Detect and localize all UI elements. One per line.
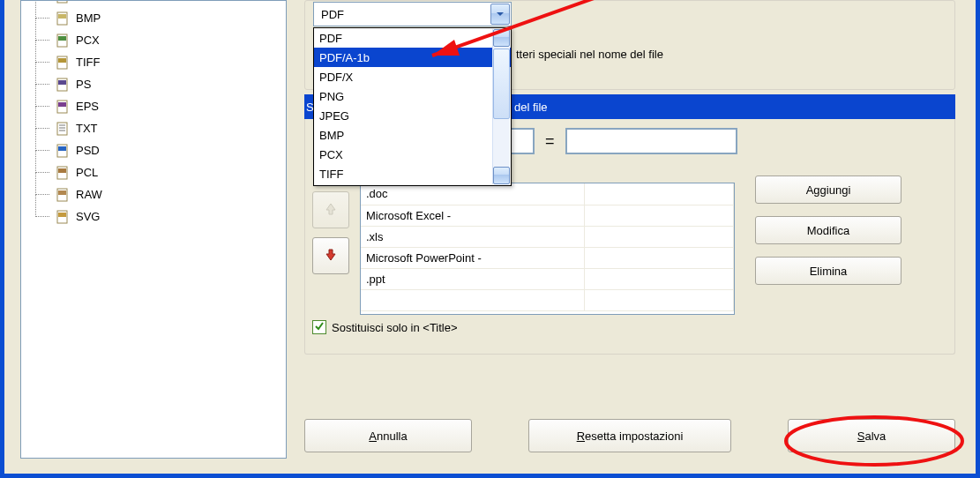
combo-options-list[interactable]: PDF PDF/A-1b PDF/X PNG JPEG BMP PCX TIFF: [313, 27, 512, 186]
combo-dropdown-button[interactable]: [490, 4, 510, 25]
tree-item-eps[interactable]: EPS: [55, 95, 286, 117]
combo-selected-field[interactable]: PDF: [313, 2, 512, 26]
list-cell-c1: .xls: [361, 226, 585, 247]
file-icon: [55, 209, 71, 225]
tree-item-label: EPS: [76, 100, 99, 113]
list-row[interactable]: Microsoft PowerPoint -: [361, 247, 734, 268]
modify-button[interactable]: Modifica: [755, 216, 901, 244]
equals-sign: =: [545, 132, 555, 151]
format-tree-panel: JPEG BMP PCX TIFF PS: [20, 0, 287, 459]
list-cell-c2: [585, 205, 734, 226]
list-cell-c2: [585, 268, 734, 289]
cancel-button[interactable]: Annulla: [304, 419, 472, 452]
tree-item-label: PCL: [76, 166, 98, 179]
combo-option-png[interactable]: PNG: [314, 86, 511, 106]
scroll-thumb[interactable]: [493, 49, 510, 119]
svg-rect-11: [58, 102, 66, 107]
file-icon: [55, 121, 71, 137]
add-button[interactable]: Aggiungi: [755, 176, 901, 204]
tree-item-svg[interactable]: SVG: [55, 205, 286, 228]
combo-option-pdfa1b[interactable]: PDF/A-1b: [314, 48, 511, 67]
svg-rect-3: [58, 14, 66, 19]
file-icon: [55, 0, 71, 4]
tree-item-label: PSD: [76, 144, 100, 157]
substitution-list[interactable]: .doc Microsoft Excel - .xls Microsoft Po…: [360, 183, 735, 315]
combo-selected-value: PDF: [321, 8, 344, 21]
move-down-button[interactable]: [312, 237, 349, 274]
file-icon: [55, 33, 71, 49]
svg-rect-5: [58, 36, 66, 41]
file-icon: [55, 99, 71, 115]
delete-button[interactable]: Elimina: [755, 257, 901, 285]
title-only-checkbox[interactable]: [312, 320, 326, 334]
svg-rect-7: [58, 58, 66, 63]
file-icon: [55, 77, 71, 93]
svg-rect-9: [58, 80, 66, 85]
tree-item-label: TIFF: [76, 56, 100, 69]
tree-item-label: PS: [76, 78, 91, 91]
tree-item-label: BMP: [76, 11, 101, 25]
combo-option-pcx[interactable]: PCX: [314, 145, 511, 164]
list-cell-c2: [585, 247, 734, 268]
svg-rect-17: [58, 146, 66, 151]
tree-item-ps[interactable]: PS: [55, 73, 286, 95]
dialog-bottom-buttons: Annulla Resetta impostazioni Salva: [304, 414, 955, 458]
list-row[interactable]: Microsoft Excel -: [361, 205, 734, 226]
svg-rect-21: [58, 190, 66, 195]
save-button[interactable]: Salva: [788, 419, 955, 452]
arrow-down-icon: [323, 247, 339, 265]
check-icon: [314, 321, 325, 334]
list-row[interactable]: [361, 289, 734, 310]
file-icon: [55, 11, 71, 26]
file-icon: [55, 187, 71, 203]
svg-rect-0: [57, 0, 67, 3]
tree-item-pcx[interactable]: PCX: [55, 29, 286, 51]
chevron-down-icon: [496, 8, 505, 21]
combo-option-jpeg[interactable]: JPEG: [314, 106, 511, 125]
tree-item-pcl[interactable]: PCL: [55, 161, 286, 183]
combo-option-tiff[interactable]: TIFF: [314, 164, 511, 183]
svg-rect-19: [58, 168, 66, 173]
list-cell-c2: [585, 183, 734, 205]
list-cell-c1: .ppt: [361, 268, 585, 289]
output-format-combobox[interactable]: PDF PDF PDF/A-1b PDF/X PNG JPEG BMP PCX …: [313, 2, 512, 26]
list-cell-c2: [585, 226, 734, 247]
tree-item-jpeg[interactable]: JPEG: [55, 0, 286, 7]
combo-option-pdf[interactable]: PDF: [314, 28, 511, 48]
tree-item-txt[interactable]: TXT: [55, 117, 286, 139]
settings-right-area: tteri speciali nel nome del file S del f…: [304, 0, 969, 465]
substitution-to-field[interactable]: [565, 128, 737, 154]
scroll-up-button[interactable]: [493, 29, 510, 47]
list-row[interactable]: .xls: [361, 226, 734, 247]
file-icon: [55, 143, 71, 159]
combo-option-pdfx[interactable]: PDF/X: [314, 67, 511, 86]
special-chars-hint: tteri speciali nel nome del file: [516, 48, 663, 61]
tree-item-label: JPEG: [76, 0, 106, 3]
list-cell-c1: .doc: [361, 183, 585, 205]
file-icon: [55, 55, 71, 71]
tree-item-bmp[interactable]: BMP: [55, 7, 286, 29]
tree-item-label: TXT: [76, 122, 98, 135]
substitution-action-buttons: Aggiungi Modifica Elimina: [755, 176, 901, 285]
title-only-label: Sostituisci solo in <Title>: [332, 321, 458, 334]
arrow-up-icon: [323, 201, 339, 220]
reset-button[interactable]: Resetta impostazioni: [528, 419, 731, 452]
list-cell-c1: Microsoft PowerPoint -: [361, 247, 585, 268]
file-icon: [55, 165, 71, 181]
list-cell-c1: Microsoft Excel -: [361, 205, 585, 226]
combo-option-bmp[interactable]: BMP: [314, 125, 511, 145]
substitution-equation-row: =: [494, 128, 737, 154]
tree-item-label: SVG: [76, 210, 100, 223]
list-row[interactable]: .ppt: [361, 268, 734, 289]
tree-item-tiff[interactable]: TIFF: [55, 51, 286, 73]
tree-item-raw[interactable]: RAW: [55, 183, 286, 205]
combo-scrollbar[interactable]: [492, 29, 510, 184]
move-up-button[interactable]: [312, 191, 349, 228]
tree-item-label: RAW: [76, 188, 102, 201]
format-tree[interactable]: JPEG BMP PCX TIFF PS: [21, 0, 286, 228]
title-only-checkbox-row: Sostituisci solo in <Title>: [312, 320, 458, 334]
scroll-down-button[interactable]: [493, 167, 510, 184]
tree-item-psd[interactable]: PSD: [55, 139, 286, 161]
svg-rect-12: [57, 123, 67, 135]
list-row[interactable]: .doc: [361, 183, 734, 205]
